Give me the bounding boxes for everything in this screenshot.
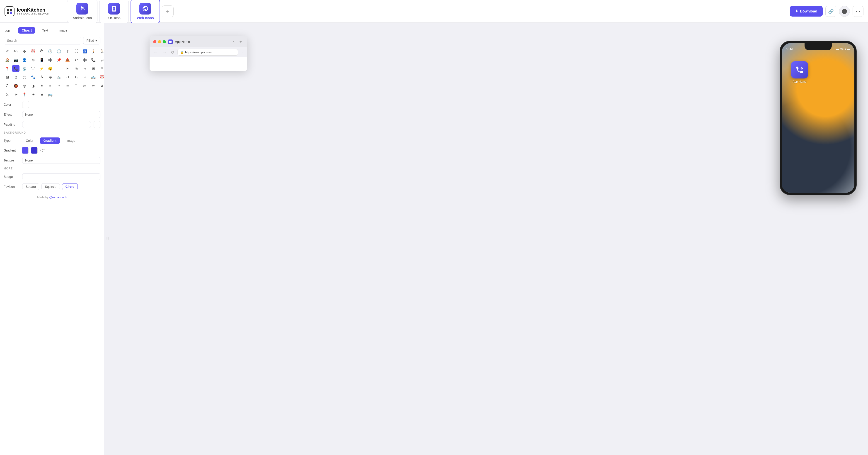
icon-cell[interactable]: ⊞ [90,65,97,72]
icon-cell[interactable]: ⚔ [4,91,11,98]
icon-cell[interactable]: 🚶 [90,48,97,55]
icon-cell[interactable]: 🖥 [38,91,45,98]
icon-cell[interactable]: 📤 [64,56,71,63]
icon-cell[interactable]: ∞ [90,82,97,89]
icon-cell[interactable]: ⊕ [29,56,37,63]
icon-cell[interactable]: 🚌 [47,91,54,98]
text-type-button[interactable]: Text [38,27,52,34]
padding-input[interactable]: 15% [22,121,91,128]
search-input[interactable] [4,37,81,45]
icon-cell[interactable]: ⊛ [47,74,54,81]
icon-cell[interactable]: ⏱ [4,82,11,89]
icon-cell[interactable]: ⏰ [29,48,37,55]
browser-forward-button[interactable]: → [161,50,168,55]
address-bar[interactable]: 🔒 https://example.com [178,49,238,56]
add-tab-button[interactable]: + [162,5,174,17]
icon-cell[interactable]: ⏰ [98,74,104,81]
icon-cell[interactable]: 🕑 [55,48,63,55]
icon-cell[interactable]: ⇄ [64,74,71,81]
clipart-type-button[interactable]: Clipart [18,27,35,34]
badge-input[interactable] [22,173,100,180]
icon-cell[interactable]: 🏃 [98,48,104,55]
texture-select[interactable]: None Dots Lines Grid [22,157,100,164]
favicon-squircle-button[interactable]: Squircle [41,183,60,190]
icon-cell[interactable]: ± [38,82,45,89]
icon-cell[interactable]: 📍 [21,91,28,98]
icon-cell[interactable]: 4K [12,48,20,55]
app-icon[interactable]: + [791,61,808,79]
icon-cell[interactable]: 📷 [12,56,20,63]
icon-cell[interactable]: ⚡ [38,65,45,72]
bg-gradient-button[interactable]: Gradient [40,138,60,144]
icon-cell[interactable]: ◎ [21,74,28,81]
icon-cell[interactable]: ↩ [72,56,80,63]
icon-cell[interactable]: ⫶ [55,65,63,72]
browser-back-button[interactable]: ← [152,50,159,55]
icon-cell[interactable]: 🖨 [12,74,20,81]
icon-cell[interactable]: ⊟ [98,65,104,72]
icon-cell-selected[interactable]: 📞 [12,65,20,72]
icon-cell[interactable]: ⚙ [21,48,28,55]
icon-cell[interactable]: 📡 [21,65,28,72]
icon-cell[interactable]: A [38,74,45,81]
effect-select[interactable]: None Shadow Glow [22,111,100,118]
icon-cell[interactable]: 📍 [4,65,11,72]
icon-cell[interactable]: ↪ [81,65,88,72]
drag-handle[interactable]: ⠿ [106,236,109,241]
footer-link[interactable]: @romannurik [49,196,67,199]
icon-cell[interactable]: T [72,82,80,89]
icon-cell[interactable]: 📌 [55,56,63,63]
icon-cell[interactable]: ⏱ [38,48,45,55]
bg-color-button[interactable]: Color [22,138,37,144]
icon-cell[interactable]: ➕ [47,56,54,63]
icon-cell[interactable]: ✝ [64,48,71,55]
icon-cell[interactable]: 🔕 [12,82,20,89]
filled-filter-button[interactable]: Filled ▾ [83,37,100,45]
icon-cell[interactable]: ◎ [72,65,80,72]
icon-cell[interactable]: ◎ [21,82,28,89]
bg-image-button[interactable]: Image [63,138,79,144]
icon-cell[interactable]: 🏠 [4,56,11,63]
tab-ios[interactable]: iOS Icon [99,0,129,23]
icon-cell[interactable]: ⇄ [98,56,104,63]
favicon-circle-button[interactable]: Circle [62,183,78,190]
icon-cell[interactable]: ♿ [81,48,88,55]
traffic-light-green[interactable] [163,40,166,43]
color-swatch[interactable] [22,101,29,108]
icon-cell[interactable]: ✂ [64,65,71,72]
icon-cell[interactable]: 🐾 [29,74,37,81]
icon-cell[interactable]: 📱 [38,56,45,63]
icon-cell[interactable]: 🕐 [47,48,54,55]
gradient-swatch-1[interactable] [22,147,29,154]
icon-cell[interactable]: 🚲 [55,74,63,81]
icon-cell[interactable]: 📞 [90,56,97,63]
traffic-light-yellow[interactable] [158,40,161,43]
icon-cell[interactable]: 🛡 [29,65,37,72]
icon-cell[interactable]: ⊡ [4,74,11,81]
icon-cell[interactable]: ✈ [12,91,20,98]
icon-cell[interactable]: ≡ [47,82,54,89]
icon-cell[interactable]: ≣ [64,82,71,89]
tab-android[interactable]: Android Icon [67,0,97,23]
traffic-light-red[interactable] [153,40,156,43]
browser-close-button[interactable]: × [231,40,236,44]
icon-cell[interactable]: ✈ [29,91,37,98]
theme-toggle-button[interactable] [839,6,850,17]
icon-cell[interactable]: 🚌 [90,74,97,81]
icon-cell[interactable]: ≈ [55,82,63,89]
icon-cell[interactable]: 👁 [4,48,11,55]
browser-new-tab-button[interactable]: + [238,39,243,45]
icon-cell[interactable]: ▭ [81,82,88,89]
icon-cell[interactable]: 👤 [21,56,28,63]
link-button[interactable]: 🔗 [826,6,836,17]
icon-cell[interactable]: ➕ [81,56,88,63]
tab-web[interactable]: Web Icons [130,0,160,23]
image-type-button[interactable]: Image [55,27,71,34]
browser-menu-button[interactable]: ⋮ [240,50,244,55]
icon-cell[interactable]: 😊 [47,65,54,72]
icon-cell[interactable]: ◑ [29,82,37,89]
download-button[interactable]: ⬇ Download [790,6,823,17]
icon-cell[interactable]: ↺ [98,82,104,89]
favicon-square-button[interactable]: Square [22,183,39,190]
browser-refresh-button[interactable]: ↻ [169,50,176,55]
